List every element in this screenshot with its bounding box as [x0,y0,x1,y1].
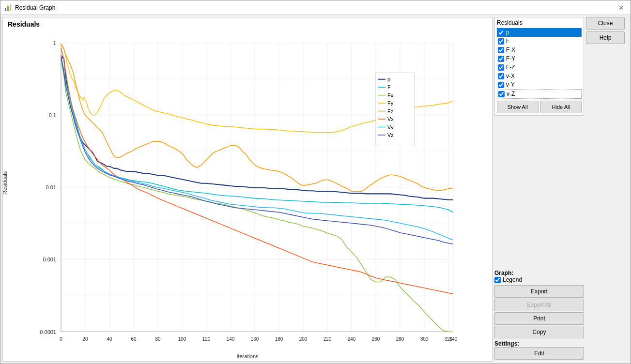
residual-label-fx: F-X [506,46,581,53]
svg-text:Vx: Vx [387,116,394,122]
svg-text:Vz: Vz [387,132,394,138]
residual-checkbox-vx[interactable] [498,73,504,79]
svg-text:0.001: 0.001 [43,257,56,262]
svg-text:1: 1 [53,40,56,46]
chart-title: Residuals [3,17,492,28]
residual-label-vz: v-Z [507,91,580,97]
residual-checkbox-f[interactable] [498,38,504,45]
residual-item-f[interactable]: F [497,37,582,46]
svg-text:0.01: 0.01 [46,184,56,190]
show-all-button[interactable]: Show All [497,101,539,113]
residual-checkbox-fz[interactable] [498,64,504,71]
export-button[interactable]: Export [494,285,584,298]
middle-panel: Residuals p F F-X [494,17,584,362]
title-bar: Residual Graph ✕ [0,0,631,15]
residual-checkbox-vz[interactable] [498,91,505,97]
y-axis-label: Residuals [2,171,8,195]
svg-text:0: 0 [60,336,62,342]
svg-rect-0 [5,8,6,11]
print-button[interactable]: Print [494,312,584,325]
residual-label-fy: F-Y [506,55,581,62]
residual-item-fz[interactable]: F-Z [497,63,582,72]
svg-text:120: 120 [202,336,211,342]
svg-text:180: 180 [275,336,283,342]
svg-text:300: 300 [420,336,429,342]
svg-text:200: 200 [299,336,308,342]
legend-text: Legend [503,276,522,283]
main-content: Residuals Residuals Iterations [0,15,631,364]
svg-text:280: 280 [396,336,404,342]
residual-item-vz[interactable]: v-Z [497,89,582,99]
show-hide-row: Show All Hide All [497,101,582,113]
export-all-button[interactable]: Export All [494,299,584,311]
legend-checkbox[interactable] [494,277,501,283]
svg-text:60: 60 [131,336,136,342]
svg-text:p: p [387,76,390,82]
residual-graph-window: Residual Graph ✕ Residuals Residuals Ite… [0,0,631,364]
svg-rect-55 [376,73,415,145]
chart-svg: 1 0.1 0.01 0.001 0.0001 0 20 40 60 80 10… [32,33,468,342]
svg-text:20: 20 [82,336,88,342]
svg-text:Vy: Vy [387,124,394,130]
residual-label-p: p [506,29,581,36]
residual-checkbox-p[interactable] [498,30,504,36]
svg-text:100: 100 [178,336,186,342]
residual-checkbox-fx[interactable] [498,47,504,53]
x-axis-label: Iterations [236,353,258,359]
window-title: Residual Graph [15,4,55,11]
svg-text:160: 160 [251,336,259,342]
copy-button[interactable]: Copy [494,326,584,338]
svg-text:F: F [387,84,391,90]
graph-label: Graph: [494,270,584,276]
svg-text:Fy: Fy [387,100,394,106]
residual-label-vy: v-Y [506,81,581,88]
residual-item-vx[interactable]: v-X [497,72,582,80]
residual-label-fz: F-Z [506,64,581,71]
svg-text:0.0001: 0.0001 [40,329,56,334]
residual-item-p[interactable]: p [497,28,582,37]
edit-button[interactable]: Edit [494,347,584,360]
residual-item-fx[interactable]: F-X [497,46,582,54]
residual-checkbox-fy[interactable] [498,56,504,62]
svg-text:220: 220 [323,336,332,342]
residual-item-vy[interactable]: v-Y [497,80,582,89]
chart-area: Residuals Residuals Iterations [2,17,492,362]
svg-text:80: 80 [155,336,160,342]
svg-text:0.1: 0.1 [49,112,56,118]
close-button[interactable]: Close [586,17,625,30]
hide-all-button[interactable]: Hide All [540,101,582,113]
svg-text:340: 340 [449,336,458,342]
svg-text:Fz: Fz [387,108,394,114]
close-window-button[interactable]: ✕ [616,2,627,13]
svg-text:140: 140 [227,336,235,342]
residual-list: p F F-X F-Y [497,28,582,99]
chart-icon [4,4,12,12]
residual-label-f: F [506,38,581,45]
residual-checkbox-vy[interactable] [498,82,504,88]
help-button[interactable]: Help [586,31,625,44]
svg-text:260: 260 [372,336,380,342]
legend-row: Legend [494,276,584,283]
residual-label-vx: v-X [506,73,581,79]
settings-label: Settings: [494,340,584,347]
graph-section: Graph: Legend Export Export All Print Co… [494,270,584,360]
far-right-panel: Close Help [586,17,629,362]
residuals-panel-title: Residuals [497,19,582,26]
svg-text:240: 240 [348,336,356,342]
residual-item-fy[interactable]: F-Y [497,54,582,63]
svg-text:Fx: Fx [387,92,394,98]
title-bar-left: Residual Graph [4,4,55,12]
residuals-panel: Residuals p F F-X [494,17,584,116]
svg-rect-1 [7,6,9,11]
chart-container: Residuals Iterations [3,28,492,361]
svg-text:40: 40 [107,336,112,342]
svg-rect-2 [10,4,11,11]
